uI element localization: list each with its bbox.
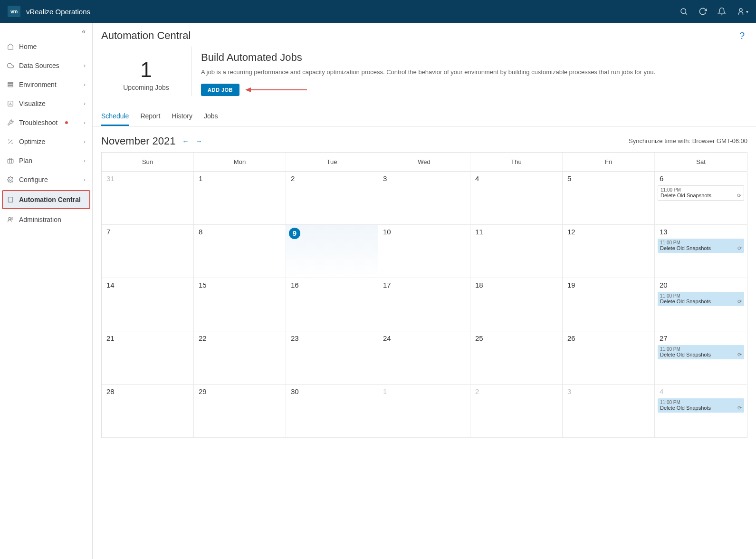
event-time: 11:00 PM xyxy=(660,400,742,405)
calendar-cell[interactable]: 15 xyxy=(194,278,286,331)
add-job-button[interactable]: ADD JOB xyxy=(201,84,239,96)
calendar-cell[interactable]: 2 xyxy=(470,385,563,438)
calendar-cell[interactable]: 18 xyxy=(470,278,563,331)
calendar-cell[interactable]: 2711:00 PMDelete Old Snapshots⟳ xyxy=(655,331,747,385)
calendar-event[interactable]: 11:00 PMDelete Old Snapshots⟳ xyxy=(658,292,744,306)
sidebar-item-configure[interactable]: Configure› xyxy=(0,170,92,189)
content: Automation Central ? 1 Upcoming Jobs Bui… xyxy=(93,23,756,559)
calendar-cell[interactable]: 14 xyxy=(102,278,194,331)
sidebar-item-home[interactable]: Home xyxy=(0,37,92,56)
svg-point-12 xyxy=(12,143,12,144)
topbar: vm vRealize Operations ▾ xyxy=(0,0,756,23)
sidebar-item-data-sources[interactable]: Data Sources› xyxy=(0,56,92,75)
calendar-date: 17 xyxy=(381,280,393,290)
calendar-event[interactable]: 11:00 PMDelete Old Snapshots⟳ xyxy=(658,345,744,359)
day-header: Mon xyxy=(194,153,286,172)
calendar-cell[interactable]: 2 xyxy=(286,172,378,225)
sidebar-item-label: Plan xyxy=(19,157,32,164)
prev-month-icon[interactable]: ← xyxy=(182,137,189,145)
calendar-cell[interactable]: 16 xyxy=(286,278,378,331)
user-icon[interactable]: ▾ xyxy=(737,7,748,16)
wrench-icon xyxy=(7,119,14,126)
calendar-cell[interactable]: 1 xyxy=(378,385,470,438)
calendar-cell[interactable]: 10 xyxy=(378,225,470,278)
calendar-cell[interactable]: 611:00 PMDelete Old Snapshots⟳ xyxy=(655,172,747,225)
calendar-cell[interactable]: 4 xyxy=(470,172,563,225)
calendar-event[interactable]: 11:00 PMDelete Old Snapshots⟳ xyxy=(658,185,744,201)
tab-report[interactable]: Report xyxy=(140,107,160,126)
calendar-cell[interactable]: 1311:00 PMDelete Old Snapshots⟳ xyxy=(655,225,747,278)
calendar-cell[interactable]: 25 xyxy=(470,331,563,385)
calendar-date: 7 xyxy=(105,227,112,237)
calendar-cell[interactable]: 28 xyxy=(102,385,194,438)
calendar-cell[interactable]: 19 xyxy=(563,278,655,331)
home-icon xyxy=(7,43,14,50)
bell-icon[interactable] xyxy=(718,7,726,16)
sidebar-collapse-icon[interactable]: « xyxy=(0,23,92,37)
calendar-cell[interactable]: 30 xyxy=(286,385,378,438)
tab-schedule[interactable]: Schedule xyxy=(101,107,129,126)
sidebar-item-label: Visualize xyxy=(19,100,46,107)
calendar-cell[interactable]: 8 xyxy=(194,225,286,278)
add-job-row: ADD JOB xyxy=(201,84,747,96)
calendar-cell[interactable]: 11 xyxy=(470,225,563,278)
calendar-cell[interactable]: 23 xyxy=(286,331,378,385)
calendar-cell[interactable]: 26 xyxy=(563,331,655,385)
calendar-date: 29 xyxy=(197,386,209,396)
sidebar-item-administration[interactable]: Administration xyxy=(0,210,92,229)
topbar-left: vm vRealize Operations xyxy=(8,6,90,17)
sidebar-item-label: Automation Central xyxy=(19,196,81,203)
sidebar-item-label: Environment xyxy=(19,81,57,88)
calendar-cell[interactable]: 12 xyxy=(563,225,655,278)
svg-rect-13 xyxy=(8,159,13,163)
calendar-date: 10 xyxy=(381,227,393,237)
calendar-cell[interactable]: 3 xyxy=(378,172,470,225)
svg-point-2 xyxy=(739,9,742,11)
calendar-cell[interactable]: 1 xyxy=(194,172,286,225)
sidebar-item-label: Troubleshoot xyxy=(19,119,57,126)
event-time: 11:00 PM xyxy=(660,240,742,245)
calendar-cell[interactable]: 17 xyxy=(378,278,470,331)
hero-description: A job is a recurring performance and cap… xyxy=(201,67,747,77)
sidebar-item-optimize[interactable]: Optimize› xyxy=(0,132,92,151)
tab-history[interactable]: History xyxy=(172,107,192,126)
calendar-date: 28 xyxy=(105,386,116,396)
calendar-cell[interactable]: 31 xyxy=(102,172,194,225)
next-month-icon[interactable]: → xyxy=(196,137,202,145)
chevron-right-icon: › xyxy=(84,62,86,69)
sidebar-item-visualize[interactable]: Visualize› xyxy=(0,94,92,113)
calendar-cell[interactable]: 24 xyxy=(378,331,470,385)
calendar-event[interactable]: 11:00 PMDelete Old Snapshots⟳ xyxy=(658,239,744,253)
sidebar-item-environment[interactable]: Environment› xyxy=(0,75,92,94)
calendar-cell[interactable]: 3 xyxy=(563,385,655,438)
sidebar-item-automation-central[interactable]: Automation Central xyxy=(2,190,90,209)
event-title: Delete Old Snapshots xyxy=(660,245,711,251)
search-icon[interactable] xyxy=(679,7,688,16)
sidebar-item-label: Data Sources xyxy=(19,62,59,69)
calendar-date: 19 xyxy=(565,280,577,290)
chevron-right-icon: › xyxy=(84,138,86,145)
upcoming-jobs-label: Upcoming Jobs xyxy=(101,84,191,91)
calendar-cell[interactable]: 9 xyxy=(286,225,378,278)
sidebar-item-troubleshoot[interactable]: Troubleshoot› xyxy=(0,113,92,132)
calendar-date: 22 xyxy=(197,333,209,343)
calendar-cell[interactable]: 411:00 PMDelete Old Snapshots⟳ xyxy=(655,385,747,438)
calendar-cell[interactable]: 22 xyxy=(194,331,286,385)
calendar-cell[interactable]: 5 xyxy=(563,172,655,225)
calendar-cell[interactable]: 2011:00 PMDelete Old Snapshots⟳ xyxy=(655,278,747,331)
calendar-cell[interactable]: 21 xyxy=(102,331,194,385)
calendar-cell[interactable]: 7 xyxy=(102,225,194,278)
admin-icon xyxy=(7,216,14,223)
chevron-right-icon: › xyxy=(84,81,86,88)
calendar-date: 14 xyxy=(105,280,116,290)
tab-jobs[interactable]: Jobs xyxy=(204,107,218,126)
vmware-logo: vm xyxy=(8,6,20,17)
refresh-icon[interactable] xyxy=(699,7,707,16)
help-icon[interactable]: ? xyxy=(739,30,745,41)
calendar-cell[interactable]: 29 xyxy=(194,385,286,438)
svg-line-1 xyxy=(685,13,687,14)
calendar-date: 2 xyxy=(473,386,481,396)
svg-point-0 xyxy=(681,9,686,14)
sidebar-item-plan[interactable]: Plan› xyxy=(0,151,92,170)
calendar-event[interactable]: 11:00 PMDelete Old Snapshots⟳ xyxy=(658,398,744,413)
